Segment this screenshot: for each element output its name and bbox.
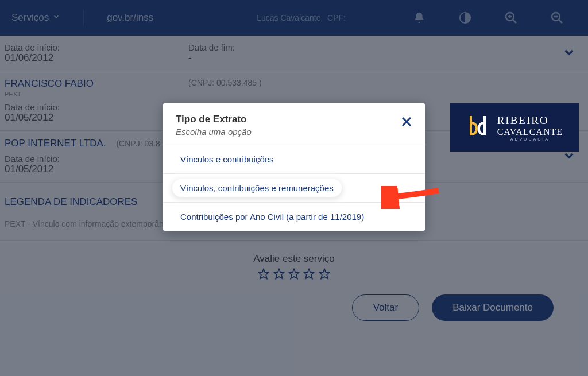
brand-logo-icon <box>466 114 489 141</box>
brand-line2: CAVALCANTE <box>497 127 563 137</box>
modal-title: Tipo de Extrato <box>176 114 412 125</box>
brand-text: RIBEIRO CAVALCANTE ADVOCACIA <box>497 114 563 141</box>
modal-header: Tipo de Extrato Escolha uma opção <box>163 103 425 145</box>
extract-type-modal: Tipo de Extrato Escolha uma opção Víncul… <box>163 103 425 231</box>
brand-line1: RIBEIRO <box>497 114 563 127</box>
modal-subtitle: Escolha uma opção <box>176 127 412 137</box>
modal-option-ano-civil[interactable]: Contribuições por Ano Civil (a partir de… <box>163 202 425 231</box>
modal-option-vinculos-remuneracoes[interactable]: Vínculos, contribuições e remunerações <box>163 173 425 202</box>
brand-badge: RIBEIRO CAVALCANTE ADVOCACIA <box>450 103 579 152</box>
modal-overlay[interactable]: Tipo de Extrato Escolha uma opção Víncul… <box>0 0 588 376</box>
modal-option-vinculos[interactable]: Vínculos e contribuições <box>163 145 425 173</box>
brand-line3: ADVOCACIA <box>497 137 563 141</box>
close-icon[interactable] <box>400 115 413 131</box>
highlighted-option-label: Vínculos, contribuições e remunerações <box>172 179 342 197</box>
